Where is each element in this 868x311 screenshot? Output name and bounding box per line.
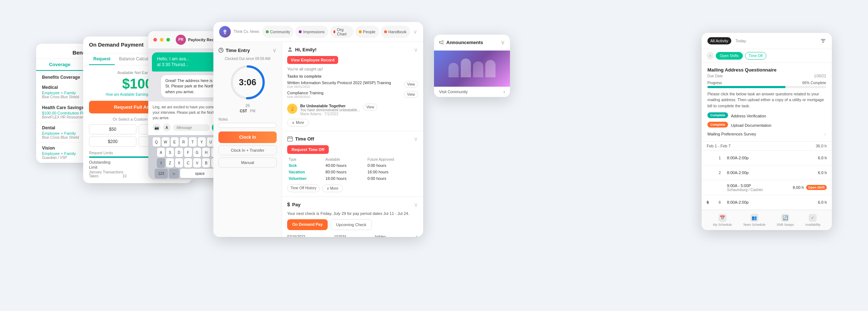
availability-nav[interactable]: ✓ Availability: [805, 214, 820, 226]
pay-title: $ Pay: [287, 202, 301, 207]
request-timeoff-btn[interactable]: Request Time Off: [287, 145, 329, 154]
key-t[interactable]: T: [189, 137, 197, 147]
col-available: Available: [324, 157, 366, 162]
key-d[interactable]: D: [175, 148, 183, 157]
clock-in-btn[interactable]: Clock In: [218, 131, 277, 143]
ann-expand-icon[interactable]: ∨: [501, 39, 505, 46]
key-emoji[interactable]: ☺: [169, 169, 179, 178]
orgchart-dot: [333, 30, 336, 33]
clock-in-transfer-btn[interactable]: Clock In + Transfer: [218, 145, 277, 155]
on-demand-pay-btn[interactable]: On Demand Pay: [287, 219, 328, 230]
task-2-view-btn[interactable]: View: [404, 91, 418, 98]
congrats-avatar: 🏆: [287, 104, 297, 114]
app-icon[interactable]: A: [163, 124, 171, 131]
key-shift[interactable]: ⇧: [157, 158, 165, 168]
my-schedule-nav[interactable]: 📅 My Schedule: [713, 214, 732, 226]
upcoming-check-btn[interactable]: Upcoming Check: [331, 219, 372, 230]
all-activity-tab[interactable]: All Activity: [707, 37, 731, 44]
jan-label: January Transactions: [89, 170, 123, 174]
open-shifts-btn[interactable]: Open Shifts: [716, 52, 743, 60]
more-label: More: [296, 121, 304, 125]
time-off-filter-btn[interactable]: Time Off: [745, 52, 767, 60]
window-minimize-dot[interactable]: [160, 38, 163, 42]
key-z[interactable]: Z: [166, 158, 174, 168]
pay-status-1: hidden: [375, 235, 386, 237]
timeoff-history-btn[interactable]: Time Off History: [287, 185, 320, 192]
camera-icon[interactable]: 📷: [153, 124, 161, 131]
pay-expand-icon[interactable]: ∨: [414, 201, 418, 208]
view-employee-record-btn[interactable]: View Employee Record: [287, 56, 338, 64]
key-w[interactable]: W: [162, 137, 170, 147]
key-y[interactable]: Y: [198, 137, 206, 147]
pay-detail-rows: 07/15/2022 102034 hidden ✓ 07/01/2022 10…: [287, 233, 418, 237]
taken-label: Taken: [89, 174, 99, 178]
task-1-view-btn[interactable]: View: [404, 81, 418, 88]
team-schedule-nav[interactable]: 👥 Team Schedule: [743, 214, 766, 226]
handbook-tab[interactable]: Handbook: [380, 26, 410, 38]
shift-swaps-icon: 🔄: [781, 214, 789, 222]
task-1-info: Written Information Security Protocol 20…: [287, 81, 391, 88]
timeoff-sick-row: Sick 40:00 hours 0:00 hours: [287, 162, 418, 169]
manual-btn[interactable]: Manual: [218, 157, 277, 168]
community-tab[interactable]: Community: [262, 26, 294, 38]
today-tab[interactable]: Today: [733, 37, 749, 44]
sched-row-4: 6 6 8:00A-2:00p 6.0 h: [702, 195, 832, 210]
handbook-dot: [384, 30, 387, 33]
key-f[interactable]: F: [184, 148, 192, 157]
key-b[interactable]: B: [202, 158, 210, 168]
key-s[interactable]: S: [166, 148, 174, 157]
key-v[interactable]: V: [193, 158, 201, 168]
back-btn[interactable]: ‹: [707, 52, 714, 60]
back-icon: ‹: [710, 54, 711, 58]
key-g[interactable]: G: [193, 148, 201, 157]
key-q[interactable]: Q: [153, 137, 161, 147]
task-1-due: Due 06/01/2022: [287, 85, 391, 88]
mailing-due-row: Due Date 1/30/22: [707, 74, 826, 78]
key-e[interactable]: E: [171, 137, 179, 147]
request-tab[interactable]: Request: [89, 53, 115, 65]
window-close-dot[interactable]: [153, 38, 157, 42]
notes-input[interactable]: [218, 123, 277, 128]
filter-icon[interactable]: [820, 38, 826, 44]
impressions-dot: [299, 30, 302, 33]
imessage-label[interactable]: iMessage: [173, 124, 210, 131]
congrats-author: Marie Adams · 7/1/2022: [300, 112, 360, 116]
hi-expand-icon[interactable]: ∨: [414, 46, 418, 53]
ondemand-title: On Demand Payment: [89, 42, 144, 48]
more-btn[interactable]: ∨ More: [287, 119, 309, 126]
people-tab[interactable]: People: [355, 26, 379, 38]
col-type: Type: [287, 157, 324, 162]
upload-doc-row: Complete Upload Documentation: [707, 122, 826, 129]
timeoff-expand-icon[interactable]: ∨: [414, 135, 418, 142]
timeoff-more-btn[interactable]: ∨ More: [322, 185, 343, 192]
amount-50[interactable]: $50: [89, 124, 136, 134]
shift-swaps-nav[interactable]: 🔄 Shift Swaps: [777, 214, 794, 226]
key-x[interactable]: X: [175, 158, 183, 168]
main-expand-icon[interactable]: ∨: [413, 28, 417, 35]
time-panel-header: Time Entry ∨: [218, 47, 277, 54]
pay-widget: $ Pay ∨ Your next check is Friday, July …: [282, 197, 423, 237]
impressions-tab[interactable]: Impressions: [295, 26, 328, 38]
org-chart-tab[interactable]: Org Chart: [330, 26, 354, 38]
silhouette-3: [473, 61, 483, 77]
time-expand-icon[interactable]: ∨: [272, 47, 277, 54]
coverage-tab[interactable]: Coverage: [36, 59, 83, 71]
more-icon: ∨: [292, 121, 294, 125]
hi-emily-widget: Hi, Emily! ∨ View Employee Record You're…: [282, 42, 423, 131]
sched-num-1: 1: [715, 154, 724, 162]
progress-label: Progress: [707, 81, 722, 85]
window-maximize-dot[interactable]: [166, 38, 170, 42]
key-123[interactable]: 123: [155, 169, 168, 178]
key-a[interactable]: A: [157, 148, 165, 157]
key-c[interactable]: C: [184, 158, 192, 168]
key-h[interactable]: H: [202, 148, 210, 157]
congrats-view-btn[interactable]: View: [363, 104, 378, 111]
amount-200[interactable]: $200: [89, 137, 136, 147]
timeoff-title: Time Off: [287, 136, 314, 142]
progress-fill: [707, 86, 786, 88]
sched-num-4: 6: [715, 198, 724, 207]
key-r[interactable]: R: [180, 137, 188, 147]
visit-community-btn[interactable]: Visit Community ›: [434, 87, 510, 97]
svg-point-0: [224, 30, 226, 33]
clock-icon: [218, 48, 224, 53]
